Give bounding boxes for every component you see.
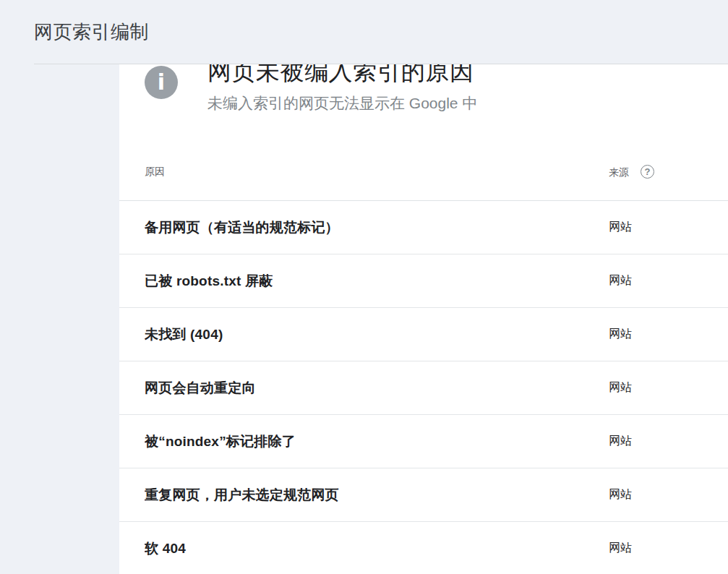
row-reason: 软 404 bbox=[145, 539, 609, 558]
help-icon[interactable]: ? bbox=[641, 165, 654, 179]
table-row[interactable]: 软 404 网站 bbox=[119, 522, 728, 574]
row-source: 网站 bbox=[609, 434, 632, 449]
column-header-source-group: 来源 ? bbox=[609, 165, 654, 179]
row-reason: 重复网页，用户未选定规范网页 bbox=[145, 486, 609, 505]
row-reason: 被“noindex”标记排除了 bbox=[145, 432, 609, 451]
table-row[interactable]: 被“noindex”标记排除了 网站 bbox=[119, 415, 728, 468]
row-source: 网站 bbox=[609, 220, 632, 235]
row-reason: 未找到 (404) bbox=[145, 325, 609, 344]
row-source: 网站 bbox=[609, 541, 632, 556]
column-header-reason: 原因 bbox=[145, 165, 165, 178]
reasons-table: 备用网页（有适当的规范标记） 网站 已被 robots.txt 屏蔽 网站 未找… bbox=[119, 201, 728, 574]
table-row[interactable]: 重复网页，用户未选定规范网页 网站 bbox=[119, 468, 728, 522]
row-reason: 已被 robots.txt 屏蔽 bbox=[145, 272, 609, 291]
info-icon: i bbox=[145, 66, 178, 99]
panel-heading: 网页未被编入索引的原因 bbox=[207, 64, 474, 86]
row-source: 网站 bbox=[609, 273, 632, 288]
column-header-source: 来源 bbox=[609, 166, 629, 179]
row-reason: 网页会自动重定向 bbox=[145, 379, 609, 398]
table-row[interactable]: 未找到 (404) 网站 bbox=[119, 308, 728, 361]
left-gutter bbox=[0, 64, 119, 574]
row-source: 网站 bbox=[609, 380, 632, 395]
not-indexed-reasons-panel: i 网页未被编入索引的原因 未编入索引的网页无法显示在 Google 中 原因 … bbox=[119, 64, 728, 574]
page-indexing-screen: 网页索引编制 i 网页未被编入索引的原因 未编入索引的网页无法显示在 Googl… bbox=[0, 0, 728, 574]
table-row[interactable]: 已被 robots.txt 屏蔽 网站 bbox=[119, 254, 728, 308]
page-title: 网页索引编制 bbox=[34, 21, 149, 43]
row-reason: 备用网页（有适当的规范标记） bbox=[145, 218, 609, 237]
top-bar: 网页索引编制 bbox=[0, 0, 728, 64]
row-source: 网站 bbox=[609, 327, 632, 342]
info-icon-glyph: i bbox=[158, 72, 165, 93]
row-source: 网站 bbox=[609, 487, 632, 502]
panel-subtitle: 未编入索引的网页无法显示在 Google 中 bbox=[207, 93, 477, 113]
table-row[interactable]: 网页会自动重定向 网站 bbox=[119, 361, 728, 415]
table-row[interactable]: 备用网页（有适当的规范标记） 网站 bbox=[119, 201, 728, 254]
help-icon-glyph: ? bbox=[645, 167, 651, 176]
